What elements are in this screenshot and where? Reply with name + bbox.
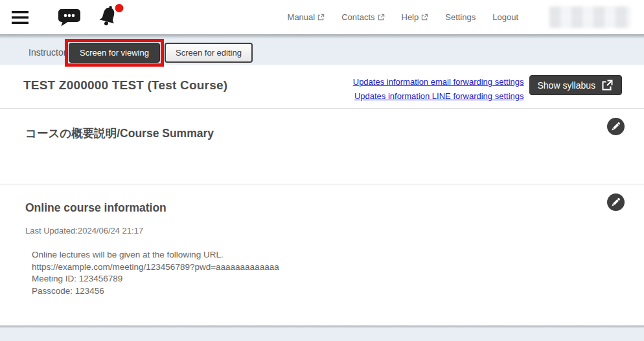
meeting-url-text: https://example.com/meeting/123456789?pw…	[32, 261, 644, 274]
meeting-id-text: Meeting ID: 123456789	[32, 273, 644, 285]
header-nav: Manual Contacts Help Settings	[288, 6, 644, 28]
nav-contacts-label: Contacts	[341, 12, 374, 22]
user-account-area-redacted[interactable]	[549, 6, 631, 28]
red-annotation-highlight: Screen for viewing	[65, 39, 164, 67]
header-shadow-divider	[0, 34, 644, 39]
nav-settings-link[interactable]: Settings	[445, 12, 476, 22]
nav-manual-link[interactable]: Manual	[288, 12, 325, 22]
course-title: TEST Z000000 TEST (Test Course)	[23, 78, 227, 108]
last-updated-text: Last Updated:2024/06/24 21:17	[25, 226, 644, 236]
chat-bubble-icon	[58, 8, 80, 27]
hamburger-menu-button[interactable]	[12, 11, 29, 24]
page: Manual Contacts Help Settings	[0, 0, 644, 341]
main-content: TEST Z000000 TEST (Test Course) Updates …	[0, 65, 644, 325]
edit-pencil-icon	[607, 118, 625, 135]
nav-logout-link[interactable]: Logout	[492, 12, 518, 22]
course-header-actions: Updates information email forwarding set…	[353, 75, 622, 108]
screen-for-editing-tab[interactable]: Screen for editing	[165, 43, 253, 63]
line-forwarding-settings-link[interactable]: Updates information LINE forwarding sett…	[354, 91, 524, 101]
screen-for-viewing-tab[interactable]: Screen for viewing	[69, 43, 160, 63]
edit-online-course-info-button[interactable]	[607, 193, 625, 213]
nav-help-link[interactable]: Help	[402, 12, 429, 22]
notifications-button[interactable]	[96, 4, 124, 28]
messages-button[interactable]	[58, 8, 80, 27]
hamburger-icon	[12, 11, 29, 24]
view-mode-tabbar: Instructor Screen for viewing Screen for…	[0, 39, 644, 65]
external-link-icon	[421, 14, 428, 21]
email-forwarding-settings-link[interactable]: Updates information email forwarding set…	[353, 77, 524, 87]
role-label: Instructor	[29, 47, 66, 58]
online-course-info-heading: Online course information	[25, 201, 644, 215]
footer-background	[0, 328, 644, 341]
notification-badge	[115, 4, 124, 12]
edit-course-summary-button[interactable]	[607, 118, 625, 137]
show-syllabus-button[interactable]: Show syllabus	[529, 75, 623, 95]
nav-settings-label: Settings	[445, 12, 476, 22]
lecture-url-intro-text: Online lectures will be given at the fol…	[32, 249, 644, 261]
online-course-info-section: Online course information Last Updated:2…	[0, 184, 644, 325]
top-header: Manual Contacts Help Settings	[0, 0, 644, 34]
course-summary-heading: コースの概要説明/Course Summary	[25, 126, 644, 141]
external-link-icon	[317, 14, 325, 21]
passcode-text: Passcode: 123456	[32, 285, 644, 298]
nav-logout-label: Logout	[492, 12, 518, 22]
nav-manual-label: Manual	[288, 12, 316, 22]
bell-icon	[96, 4, 124, 28]
forwarding-links: Updates information email forwarding set…	[353, 75, 524, 101]
course-header-row: TEST Z000000 TEST (Test Course) Updates …	[0, 65, 644, 109]
external-link-icon	[601, 79, 614, 91]
external-link-icon	[378, 14, 385, 21]
edit-pencil-icon	[607, 193, 625, 211]
course-summary-section: コースの概要説明/Course Summary	[0, 109, 644, 184]
show-syllabus-label: Show syllabus	[538, 80, 596, 91]
nav-contacts-link[interactable]: Contacts	[341, 12, 384, 22]
online-course-details: Online lectures will be given at the fol…	[32, 249, 644, 297]
nav-help-label: Help	[402, 12, 419, 22]
